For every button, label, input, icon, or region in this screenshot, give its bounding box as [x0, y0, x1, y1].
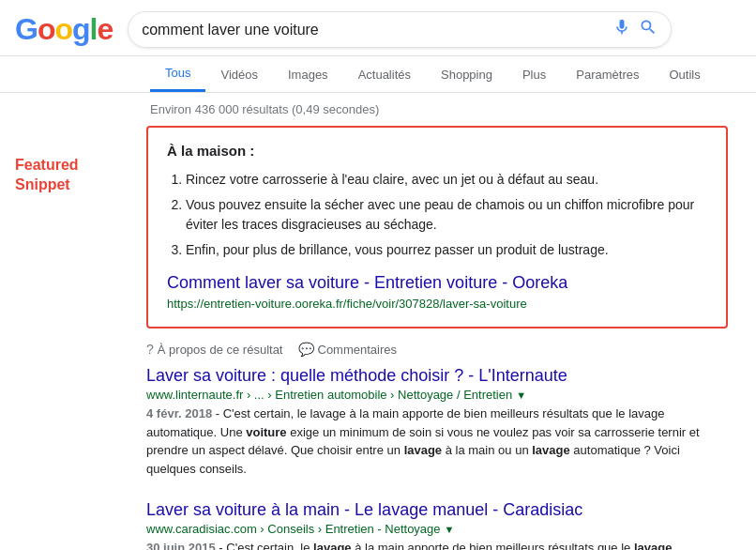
tab-shopping[interactable]: Shopping: [426, 58, 507, 91]
tab-videos[interactable]: Vidéos: [205, 58, 273, 91]
comments-item[interactable]: 💬 Commentaires: [298, 342, 398, 357]
dropdown-arrow-icon[interactable]: ▼: [445, 524, 455, 535]
result-description: 4 févr. 2018 - C'est certain, le lavage …: [146, 405, 728, 478]
result-desc-text: - C'est certain, le lavage à la main app…: [146, 406, 700, 476]
results-count: Environ 436 000 résultats (0,49 secondes…: [0, 93, 756, 126]
result-date: 4 févr. 2018: [146, 406, 212, 420]
result-url: www.linternaute.fr › ... › Entretien aut…: [146, 388, 512, 402]
about-result-text: À propos de ce résultat: [158, 343, 283, 357]
google-logo: Google: [15, 12, 113, 47]
result-description: 30 juin 2015 - C'est certain, le lavage …: [146, 539, 728, 550]
logo-o2: o: [54, 12, 72, 46]
question-icon: ?: [146, 342, 154, 357]
result-desc-text: - C'est certain, le lavage à la main app…: [219, 541, 672, 550]
tab-images[interactable]: Images: [273, 58, 343, 91]
microphone-icon[interactable]: [612, 18, 631, 41]
list-item: Vous pouvez ensuite la sécher avec une p…: [186, 195, 707, 235]
result-item: Laver sa voiture à la main - Le lavage m…: [146, 500, 728, 550]
logo-e: e: [97, 12, 113, 46]
results-container: À la maison : Rincez votre carrosserie à…: [146, 126, 728, 550]
snippet-heading: À la maison :: [167, 143, 707, 159]
search-input[interactable]: [142, 22, 605, 38]
search-bar: [128, 11, 672, 48]
result-url-row: www.caradisiac.com › Conseils › Entretie…: [146, 522, 728, 536]
snippet-url: https://entretien-voiture.ooreka.fr/fich…: [167, 297, 527, 311]
about-result-item[interactable]: ? À propos de ce résultat: [146, 342, 283, 357]
comments-icon: 💬: [298, 342, 314, 357]
list-item: Rincez votre carrosserie à l'eau claire,…: [186, 170, 707, 190]
comments-text: Commentaires: [318, 343, 398, 357]
tab-plus[interactable]: Plus: [507, 58, 561, 91]
result-item: Laver sa voiture : quelle méthode choisi…: [146, 366, 728, 478]
tab-tous[interactable]: Tous: [150, 56, 205, 92]
tab-outils[interactable]: Outils: [654, 58, 715, 91]
tab-parametres[interactable]: Paramètres: [561, 58, 654, 91]
tab-actualites[interactable]: Actualités: [343, 58, 426, 91]
header: Google: [0, 0, 756, 56]
nav-tabs: Tous Vidéos Images Actualités Shopping P…: [0, 56, 756, 93]
result-title-link[interactable]: Laver sa voiture : quelle méthode choisi…: [146, 366, 728, 386]
result-date: 30 juin 2015: [146, 541, 216, 550]
snippet-title-link[interactable]: Comment laver sa voiture - Entretien voi…: [167, 273, 707, 293]
main-content: FeaturedSnippet À la maison : Rincez vot…: [0, 126, 756, 550]
list-item: Enfin, pour plus de brillance, vous pour…: [186, 240, 707, 260]
about-row: ? À propos de ce résultat 💬 Commentaires: [146, 336, 728, 366]
logo-g: G: [15, 12, 38, 46]
dropdown-arrow-icon[interactable]: ▼: [516, 390, 526, 401]
featured-snippet-box: À la maison : Rincez votre carrosserie à…: [146, 126, 728, 328]
result-url-row: www.linternaute.fr › ... › Entretien aut…: [146, 388, 728, 402]
logo-o1: o: [38, 12, 55, 46]
search-icon[interactable]: [639, 18, 658, 41]
result-url: www.caradisiac.com › Conseils › Entretie…: [146, 522, 441, 536]
featured-snippet-label: FeaturedSnippet: [15, 126, 146, 550]
logo-g2: g: [72, 12, 90, 46]
result-title-link[interactable]: Laver sa voiture à la main - Le lavage m…: [146, 500, 728, 520]
snippet-list: Rincez votre carrosserie à l'eau claire,…: [167, 170, 707, 260]
